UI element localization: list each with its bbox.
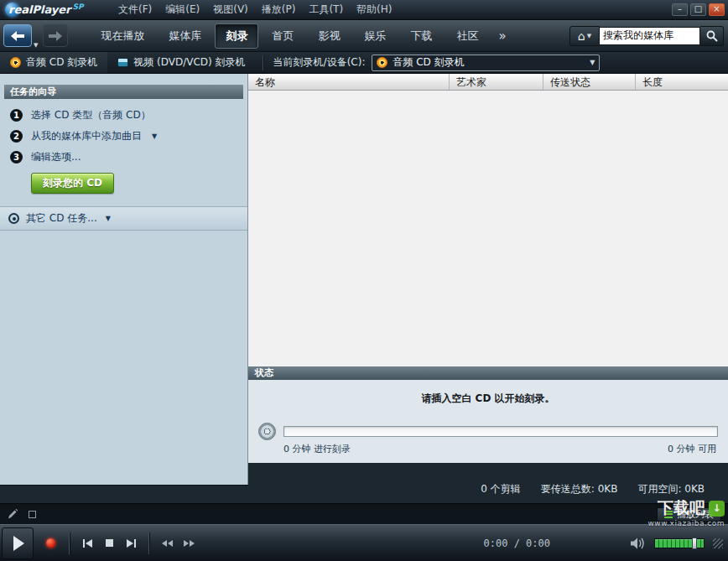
search-scope-button[interactable]: ⌂ ▼ (569, 26, 600, 46)
menu-help[interactable]: 帮助(H) (351, 1, 398, 18)
forward-button[interactable] (43, 24, 68, 47)
play-button[interactable] (2, 527, 34, 559)
stop-icon (106, 539, 113, 547)
video-dvd-burner-tab[interactable]: 视频 (DVD/VCD) 刻录机 (107, 52, 255, 73)
minutes-to-burn-label: 0 分钟 进行刻录 (283, 443, 351, 455)
tab-movies[interactable]: 影视 (307, 23, 351, 49)
chevron-down-icon: ▼ (587, 33, 591, 39)
maximize-button[interactable]: □ (690, 3, 706, 16)
logo-text-sp: SP (73, 3, 84, 11)
prev-bar-icon (83, 539, 85, 548)
forward-arrow-icon (49, 31, 62, 41)
step-label: 从我的媒体库中添加曲目 (31, 129, 142, 143)
previous-track-button[interactable] (76, 533, 98, 553)
tab-burn[interactable]: 刻录 (215, 23, 258, 49)
transfer-info-bar: 0 个剪辑 要传送总数: 0KB 可用空间: 0KB (248, 463, 728, 503)
step-number-badge: 1 (10, 109, 23, 122)
audio-cd-burner-tab[interactable]: 音频 CD 刻录机 (0, 52, 107, 73)
navigation-bar: ▼ 现在播放 媒体库 刻录 首页 影视 娱乐 下载 社区 » ⌂ ▼ (0, 20, 728, 52)
menu-play[interactable]: 播放(P) (256, 1, 302, 18)
chevron-down-icon[interactable]: ▼ (152, 132, 157, 140)
realplayer-window: real Player SP 文件(F) 编辑(E) 视图(V) 播放(P) 工… (0, 0, 728, 561)
wizard-step-edit-options[interactable]: 3 编辑选项... (0, 147, 247, 168)
wizard-steps: 1 选择 CD 类型（音频 CD） 2 从我的媒体库中添加曲目 ▼ 3 编辑选项… (0, 105, 247, 168)
playlist-button-label: 播放列表 (677, 508, 714, 521)
tab-home[interactable]: 首页 (261, 23, 304, 49)
time-display: 0:00 / 0:00 (484, 538, 550, 549)
free-space: 可用空间: 0KB (637, 482, 705, 496)
menu-view[interactable]: 视图(V) (207, 1, 254, 18)
device-select-value: 音频 CD 刻录机 (393, 55, 464, 70)
history-chevron-icon[interactable]: ▼ (34, 42, 38, 51)
step-label: 编辑选项... (31, 150, 81, 164)
tabs-overflow-chevron[interactable]: » (491, 29, 512, 44)
track-list: 名称 艺术家 传送状态 长度 (248, 74, 728, 366)
wizard-title: 任务的向导 (4, 85, 243, 99)
menu-edit[interactable]: 编辑(E) (159, 1, 205, 18)
speaker-icon[interactable] (631, 538, 646, 549)
search-input[interactable] (600, 27, 700, 45)
column-header-artist[interactable]: 艺术家 (450, 74, 543, 90)
wizard-step-select-type[interactable]: 1 选择 CD 类型（音频 CD） (0, 105, 247, 126)
insert-cd-message: 请插入空白 CD 以开始刻录。 (248, 392, 728, 406)
audio-cd-icon (10, 57, 21, 68)
column-header-transfer-status[interactable]: 传送状态 (543, 74, 636, 90)
tab-media-library[interactable]: 媒体库 (158, 23, 212, 49)
next-track-button[interactable] (120, 533, 142, 553)
device-select[interactable]: 音频 CD 刻录机 ▼ (372, 55, 600, 71)
menu-file[interactable]: 文件(F) (112, 1, 158, 18)
logo-text-player: Player (32, 3, 70, 16)
burner-toolbar: 音频 CD 刻录机 视频 (DVD/VCD) 刻录机 当前刻录机/设备(C): … (0, 52, 728, 74)
record-icon (46, 538, 55, 548)
tab-download[interactable]: 下载 (399, 23, 443, 49)
wizard-step-add-tracks[interactable]: 2 从我的媒体库中添加曲目 ▼ (0, 126, 247, 147)
other-cd-tasks[interactable]: 其它 CD 任务... ▼ (0, 206, 247, 231)
status-panel-title: 状态 (248, 366, 728, 380)
rewind-icon (162, 540, 167, 547)
video-dvd-burner-label: 视频 (DVD/VCD) 刻录机 (133, 55, 245, 70)
prev-triangle-icon (86, 539, 92, 548)
menubar: 文件(F) 编辑(E) 视图(V) 播放(P) 工具(T) 帮助(H) (112, 1, 398, 18)
playlist-button[interactable]: 播放列表 (657, 507, 721, 522)
column-header-name[interactable]: 名称 (248, 74, 450, 90)
minimize-button[interactable]: – (672, 3, 688, 16)
player-right-cluster: 0:00 / 0:00 (484, 538, 723, 549)
rewind-icon (168, 540, 173, 547)
window-controls: – □ × (672, 3, 725, 16)
next-triangle-icon (127, 539, 133, 548)
player-separator (69, 532, 70, 554)
menu-tools[interactable]: 工具(T) (303, 1, 349, 18)
tab-entertainment[interactable]: 娱乐 (353, 23, 397, 49)
stop-button[interactable] (98, 533, 120, 553)
chevron-down-icon: ▼ (590, 59, 595, 66)
toolbar-separator (263, 55, 263, 70)
fast-forward-icon (190, 540, 195, 547)
burn-cd-button[interactable]: 刻录您的 CD (31, 173, 114, 194)
task-wizard-sidebar: 任务的向导 1 选择 CD 类型（音频 CD） 2 从我的媒体库中添加曲目 ▼ … (0, 74, 248, 485)
selection-square-icon[interactable] (29, 511, 36, 518)
next-bar-icon (134, 539, 136, 548)
player-separator (148, 532, 149, 554)
tab-now-playing[interactable]: 现在播放 (90, 23, 155, 49)
back-arrow-icon (11, 31, 24, 41)
video-dvd-icon (117, 58, 128, 67)
resize-grip[interactable] (713, 538, 723, 548)
rewind-button[interactable] (156, 533, 178, 553)
chevron-down-icon: ▼ (106, 215, 111, 222)
close-button[interactable]: × (709, 3, 725, 16)
column-header-length[interactable]: 长度 (636, 74, 728, 90)
volume-handle[interactable] (692, 538, 697, 549)
back-button[interactable] (3, 24, 32, 47)
clip-count: 0 个剪辑 (481, 482, 520, 496)
audio-cd-burner-label: 音频 CD 刻录机 (26, 55, 97, 70)
search-button[interactable] (700, 26, 724, 46)
volume-slider[interactable] (654, 538, 705, 548)
track-list-body[interactable] (248, 91, 728, 366)
tasks-ring-icon (8, 213, 19, 224)
record-button[interactable] (39, 532, 62, 555)
edit-pencil-icon[interactable] (7, 508, 18, 520)
tab-community[interactable]: 社区 (445, 23, 489, 49)
fast-forward-button[interactable] (178, 533, 200, 553)
playlist-icon (664, 511, 673, 518)
step-label: 选择 CD 类型（音频 CD） (31, 108, 151, 122)
